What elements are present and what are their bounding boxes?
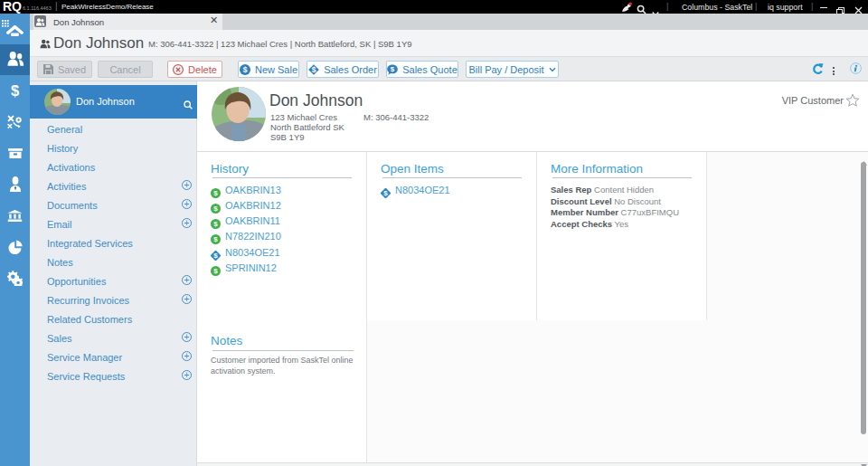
svg-text:$: $ [213, 220, 218, 228]
svg-text:$: $ [383, 189, 388, 197]
svg-text:$: $ [213, 204, 218, 213]
svg-text:$: $ [391, 65, 395, 73]
svg-text:$: $ [213, 189, 218, 197]
svg-text:$: $ [213, 252, 218, 260]
svg-text:$: $ [213, 267, 218, 275]
svg-text:$: $ [312, 65, 316, 74]
svg-text:$: $ [213, 235, 218, 243]
svg-text:$: $ [243, 65, 248, 74]
